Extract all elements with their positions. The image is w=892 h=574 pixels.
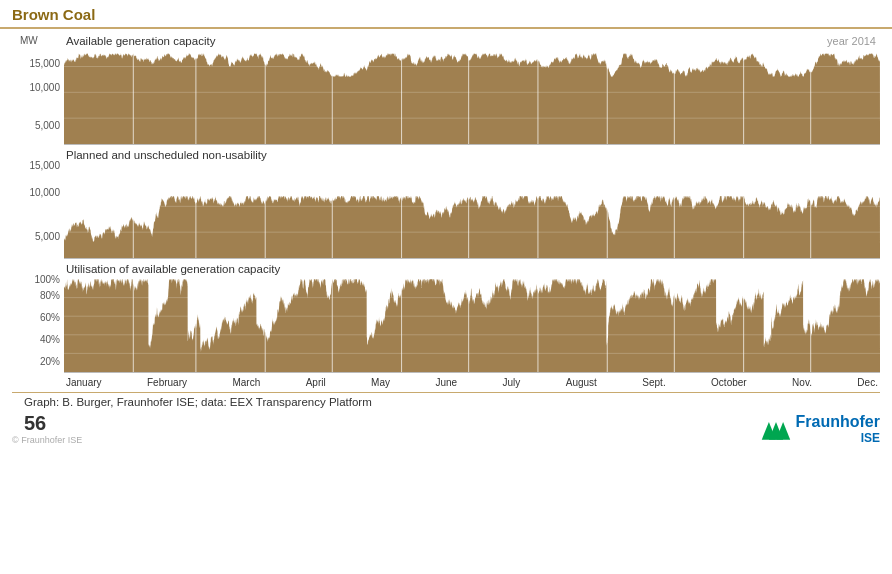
chart-canvas-3 xyxy=(64,279,880,372)
x-label-may: May xyxy=(371,377,390,388)
x-label-apr: April xyxy=(306,377,326,388)
charts-area: year 2014 15,000 10,000 5,000 Available … xyxy=(0,29,892,388)
bottom-left: 56 © Fraunhofer ISE xyxy=(12,410,82,445)
y-label-3-2: 80% xyxy=(40,291,60,301)
page-number: 56 xyxy=(12,410,82,435)
x-label-dec: Dec. xyxy=(857,377,878,388)
logo-ise: ISE xyxy=(861,431,880,445)
chart-canvas-2 xyxy=(64,165,880,258)
fraunhofer-logo-icon xyxy=(760,413,792,445)
chart-canvas-wrapper-1: Available generation capacity MW xyxy=(64,33,880,145)
page-container: Brown Coal year 2014 15,000 10,000 5,000… xyxy=(0,0,892,574)
title-bar: Brown Coal xyxy=(0,0,892,29)
copyright: © Fraunhofer ISE xyxy=(12,435,82,445)
y-label-2-3: 5,000 xyxy=(35,232,60,242)
y-label-3-5: 20% xyxy=(40,357,60,367)
y-label-2-2: 10,000 xyxy=(29,188,60,198)
logo-fraunhofer: Fraunhofer xyxy=(796,413,880,431)
y-axis-3: 100% 80% 60% 40% 20% xyxy=(12,261,64,373)
fraunhofer-logo-text: Fraunhofer ISE xyxy=(796,413,880,445)
y-label-2-1: 15,000 xyxy=(29,161,60,171)
x-axis-area: January February March April May June Ju… xyxy=(64,375,880,388)
y-label-1-2: 10,000 xyxy=(29,83,60,93)
x-axis-labels: January February March April May June Ju… xyxy=(64,377,880,388)
x-label-sep: Sept. xyxy=(642,377,665,388)
chart-block-1: 15,000 10,000 5,000 Available generation… xyxy=(12,33,880,145)
page-title: Brown Coal xyxy=(12,6,880,23)
chart-canvas-1 xyxy=(64,51,880,144)
chart-title-2: Planned and unscheduled non-usability xyxy=(66,149,267,161)
x-label-feb: February xyxy=(147,377,187,388)
chart-block-3: 100% 80% 60% 40% 20% Utilisation of avai… xyxy=(12,261,880,373)
x-label-aug: August xyxy=(566,377,597,388)
x-label-oct: October xyxy=(711,377,747,388)
footer-divider: Graph: B. Burger, Fraunhofer ISE; data: … xyxy=(12,392,880,408)
x-label-jan: January xyxy=(66,377,102,388)
chart-canvas-wrapper-3: Utilisation of available generation capa… xyxy=(64,261,880,373)
x-label-jun: June xyxy=(435,377,457,388)
chart-unit-1: MW xyxy=(20,35,38,46)
chart-title-1: Available generation capacity xyxy=(66,35,215,47)
graph-credit: Graph: B. Burger, Fraunhofer ISE; data: … xyxy=(12,396,880,408)
bottom-bar: 56 © Fraunhofer ISE Fraunhofer ISE xyxy=(0,410,892,445)
chart-block-2: 15,000 10,000 5,000 Planned and unschedu… xyxy=(12,147,880,259)
y-label-3-1: 100% xyxy=(34,275,60,285)
y-label-1-3: 5,000 xyxy=(35,121,60,131)
x-label-nov: Nov. xyxy=(792,377,812,388)
y-label-1-1: 15,000 xyxy=(29,59,60,69)
y-axis-1: 15,000 10,000 5,000 xyxy=(12,33,64,145)
x-label-mar: March xyxy=(232,377,260,388)
y-label-3-3: 60% xyxy=(40,313,60,323)
chart-canvas-wrapper-2: Planned and unscheduled non-usability xyxy=(64,147,880,259)
chart-title-3: Utilisation of available generation capa… xyxy=(66,263,280,275)
x-label-jul: July xyxy=(503,377,521,388)
y-axis-2: 15,000 10,000 5,000 xyxy=(12,147,64,259)
y-label-3-4: 40% xyxy=(40,335,60,345)
fraunhofer-logo: Fraunhofer ISE xyxy=(760,413,880,445)
